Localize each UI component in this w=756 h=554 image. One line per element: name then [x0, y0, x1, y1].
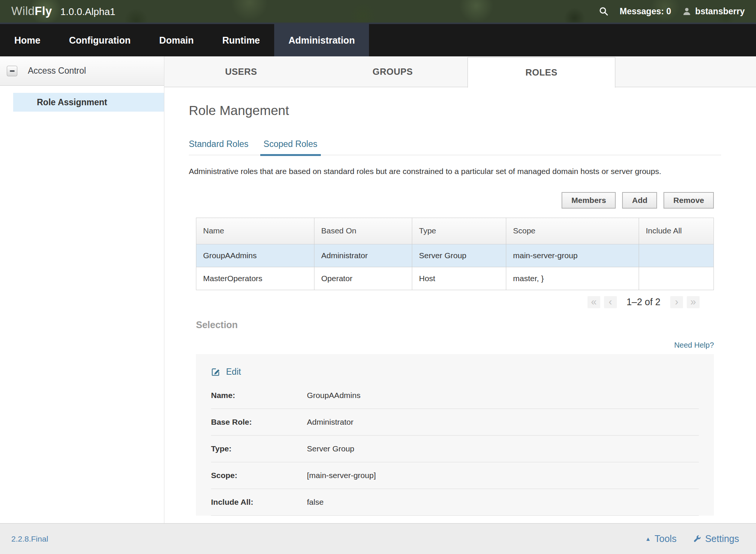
field-label: Name:: [211, 391, 307, 400]
username: bstansberry: [695, 6, 745, 17]
main-nav: Home Configuration Domain Runtime Admini…: [0, 23, 756, 56]
selection-heading: Selection: [196, 319, 714, 330]
console-version: 2.2.8.Final: [11, 534, 48, 543]
scoped-roles-description: Administrative roles that are based on s…: [189, 165, 721, 178]
detail-field-type: Type: Server Group: [211, 436, 699, 462]
field-value: GroupAAdmins: [307, 391, 360, 400]
content-area: Role Mangement Standard Roles Scoped Rol…: [164, 87, 756, 523]
wildfly-console: Wild Fly 1.0.0.Alpha1 Messages: 0 bst: [0, 0, 756, 554]
edit-link[interactable]: Edit: [211, 367, 241, 377]
members-button[interactable]: Members: [562, 192, 616, 209]
column-header-type[interactable]: Type: [412, 218, 506, 244]
page-title: Role Mangement: [189, 103, 721, 118]
cell-type: Server Group: [412, 244, 506, 267]
page-range-label: 1–2 of 2: [627, 297, 660, 307]
nav-item-runtime[interactable]: Runtime: [208, 24, 274, 56]
prev-page-icon[interactable]: ‹: [604, 296, 617, 308]
header-right: Messages: 0 bstansberry: [599, 6, 745, 17]
need-help-row: Need Help?: [196, 341, 714, 350]
detail-field-base-role: Base Role: Administrator: [211, 409, 699, 436]
main-panel: USERS GROUPS ROLES Role Mangement Standa…: [164, 56, 756, 523]
nav-item-home[interactable]: Home: [0, 24, 55, 56]
caret-up-icon: ▲: [645, 536, 651, 542]
need-help-link[interactable]: Need Help?: [674, 341, 714, 350]
table-row[interactable]: MasterOperators Operator Host master, }: [196, 267, 714, 290]
field-label: Type:: [211, 444, 307, 453]
column-header-name[interactable]: Name: [196, 218, 314, 244]
cell-name: GroupAAdmins: [196, 244, 314, 267]
column-header-based-on[interactable]: Based On: [314, 218, 412, 244]
field-value: [main-server-group]: [307, 471, 376, 480]
selection-detail-panel: Edit Name: GroupAAdmins Base Role: Admin…: [196, 354, 714, 516]
cell-type: Host: [412, 267, 506, 290]
tab-groups[interactable]: GROUPS: [318, 56, 468, 87]
detail-field-scope: Scope: [main-server-group]: [211, 462, 699, 489]
cell-include-all: [639, 244, 714, 267]
subtab-standard-roles[interactable]: Standard Roles: [189, 139, 249, 155]
edit-label: Edit: [226, 367, 241, 377]
column-header-scope[interactable]: Scope: [506, 218, 639, 244]
subtab-scoped-roles[interactable]: Scoped Roles: [264, 139, 317, 155]
field-label: Scope:: [211, 471, 307, 480]
role-subtabs: Standard Roles Scoped Roles: [189, 139, 721, 155]
top-header: Wild Fly 1.0.0.Alpha1 Messages: 0 bst: [0, 0, 756, 23]
cell-include-all: [639, 267, 714, 290]
product-version: 1.0.0.Alpha1: [61, 6, 115, 18]
messages-counter[interactable]: Messages: 0: [620, 6, 671, 17]
add-button[interactable]: Add: [622, 192, 657, 209]
detail-field-include-all: Include All: false: [211, 489, 699, 516]
detail-field-name: Name: GroupAAdmins: [211, 382, 699, 409]
tab-roles[interactable]: ROLES: [468, 57, 615, 88]
table-row[interactable]: GroupAAdmins Administrator Server Group …: [196, 244, 714, 267]
field-label: Include All:: [211, 498, 307, 507]
logo-wild: Wild: [11, 5, 35, 18]
wildfly-logo: Wild Fly 1.0.0.Alpha1: [11, 5, 115, 18]
nav-item-administration[interactable]: Administration: [274, 24, 369, 56]
tab-users[interactable]: USERS: [164, 56, 318, 87]
user-icon: [682, 7, 691, 16]
nav-item-domain[interactable]: Domain: [145, 24, 208, 56]
column-header-include-all[interactable]: Include All: [639, 218, 714, 244]
sidebar-item-role-assignment[interactable]: Role Assignment: [13, 93, 164, 112]
cell-based-on: Administrator: [314, 244, 412, 267]
user-menu[interactable]: bstansberry: [682, 6, 745, 17]
table-actions: Members Add Remove: [196, 192, 714, 209]
settings-link[interactable]: Settings: [692, 533, 739, 544]
scoped-roles-table: Name Based On Type Scope Include All Gro…: [196, 218, 714, 290]
pagination: « ‹ 1–2 of 2 › »: [196, 296, 700, 308]
logo-fly: Fly: [35, 5, 52, 18]
sidebar-section-label: Access Control: [28, 66, 86, 76]
last-page-icon[interactable]: »: [687, 296, 700, 308]
tools-link[interactable]: ▲ Tools: [645, 533, 676, 544]
next-page-icon[interactable]: ›: [670, 296, 683, 308]
wrench-icon: [692, 534, 701, 543]
cell-based-on: Operator: [314, 267, 412, 290]
nav-item-configuration[interactable]: Configuration: [55, 24, 145, 56]
sidebar-section-access-control[interactable]: Access Control: [0, 56, 164, 86]
table-section: Members Add Remove Name Based On Typ: [196, 192, 714, 516]
table-header-row: Name Based On Type Scope Include All: [196, 218, 714, 244]
field-value: Server Group: [307, 444, 354, 453]
settings-label: Settings: [705, 533, 739, 544]
sidebar: Access Control Role Assignment: [0, 56, 164, 523]
remove-button[interactable]: Remove: [663, 192, 714, 209]
field-value: false: [307, 498, 323, 507]
field-label: Base Role:: [211, 418, 307, 427]
top-tabs: USERS GROUPS ROLES: [164, 56, 756, 87]
cell-scope: main-server-group: [506, 244, 639, 267]
first-page-icon[interactable]: «: [587, 296, 600, 308]
app-footer: 2.2.8.Final ▲ Tools Settings: [0, 523, 756, 554]
cell-name: MasterOperators: [196, 267, 314, 290]
edit-pencil-icon: [211, 367, 221, 377]
cell-scope: master, }: [506, 267, 639, 290]
collapse-icon[interactable]: [7, 66, 17, 76]
search-icon[interactable]: [599, 6, 609, 16]
footer-links: ▲ Tools Settings: [645, 533, 739, 544]
body-region: Access Control Role Assignment USERS GRO…: [0, 56, 756, 523]
field-value: Administrator: [307, 418, 354, 427]
tools-label: Tools: [654, 533, 676, 544]
